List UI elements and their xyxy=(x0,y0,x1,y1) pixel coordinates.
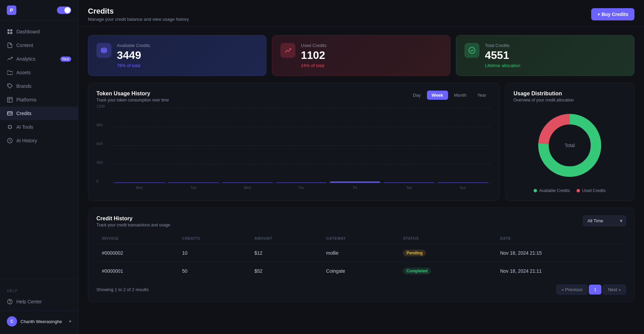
logo-icon: P xyxy=(7,5,16,15)
svg-rect-5 xyxy=(7,97,12,102)
bar-group xyxy=(168,182,218,183)
clock-icon xyxy=(7,138,13,144)
used-credits-value: 1102 xyxy=(301,49,326,61)
sidebar-item-content[interactable]: Content xyxy=(0,38,78,52)
total-credits-label: Total Credits xyxy=(485,43,520,48)
history-subtitle: Track your credit transactions and usage xyxy=(96,223,170,227)
sidebar-item-label: Content xyxy=(16,43,33,48)
x-label: Mon xyxy=(114,186,165,190)
donut-title: Usage Distribution xyxy=(513,91,626,97)
chart-subtitle: Track your token consumption over time xyxy=(96,98,169,102)
svg-rect-2 xyxy=(7,32,10,34)
svg-rect-0 xyxy=(7,29,10,31)
x-label: Sun xyxy=(438,186,488,190)
user-info: Charith Weerasinghe xyxy=(20,319,66,324)
grid-label: 1200 xyxy=(96,104,105,108)
sidebar-item-label: Analytics xyxy=(16,56,35,62)
svg-point-13 xyxy=(10,303,10,303)
sidebar-item-label: AI History xyxy=(16,138,37,143)
tab-day[interactable]: Day xyxy=(408,91,426,100)
legend-used-label: Used Credits xyxy=(582,188,605,193)
bars-area xyxy=(111,108,491,183)
table-head: INVOICE CREDITS AMOUNT GATEWAY STATUS DA… xyxy=(96,233,626,244)
filter-wrapper: All Time This Month Last Month Last 3 Mo… xyxy=(583,216,626,226)
cpu-icon xyxy=(7,124,13,130)
available-credits-icon xyxy=(96,43,111,58)
donut-container: Total xyxy=(513,108,626,183)
grid-label: 300 xyxy=(96,160,103,164)
chart-tabs: Day Week Month Year xyxy=(408,91,491,100)
used-credits-info: Used Credits 1102 24% of total xyxy=(301,43,326,68)
filter-select[interactable]: All Time This Month Last Month Last 3 Mo… xyxy=(583,216,626,226)
token-usage-chart-card: Token Usage History Track your token con… xyxy=(88,83,500,201)
invoice-cell: #0000001 xyxy=(96,262,177,280)
total-credits-sub: Lifetime allocation xyxy=(485,63,520,68)
total-credits-icon xyxy=(464,43,479,58)
status-badge: Pending xyxy=(403,250,426,256)
avatar: C xyxy=(7,316,17,327)
file-icon xyxy=(7,42,13,48)
user-profile-item[interactable]: C Charith Weerasinghe ▾ xyxy=(0,313,78,330)
gateway-cell: Coingate xyxy=(321,262,398,280)
sidebar-bottom: HELP Help Center C Charith Weerasinghe ▾ xyxy=(0,279,78,334)
toggle-knob xyxy=(64,7,71,13)
history-header: Credit History Track your credit transac… xyxy=(96,216,626,227)
pagination-controls: « Previous 1 Next » xyxy=(556,285,626,295)
sidebar-item-platforms[interactable]: Platforms xyxy=(0,93,78,107)
folder-icon xyxy=(7,69,13,76)
next-page-button[interactable]: Next » xyxy=(603,285,626,295)
tab-week[interactable]: Week xyxy=(427,91,448,100)
bar-group xyxy=(438,182,488,183)
sidebar-item-assets[interactable]: Assets xyxy=(0,66,78,79)
page-subtitle: Manage your credit balance and view usag… xyxy=(88,17,189,22)
chevron-down-icon: ▾ xyxy=(69,319,71,324)
help-center-item[interactable]: Help Center xyxy=(0,295,78,308)
bar-chart: 1200 900 600 300 0 xyxy=(96,108,491,190)
status-badge: Completed xyxy=(403,268,431,274)
page-title: Credits xyxy=(88,7,189,16)
sidebar-nav: Dashboard Content Analytics New Assets xyxy=(0,21,78,279)
chart-title-area: Token Usage History Track your token con… xyxy=(96,91,169,102)
svg-point-4 xyxy=(9,85,9,85)
available-credits-card: Available Credits 3449 76% of total xyxy=(88,35,266,76)
chart-row: Token Usage History Track your token con… xyxy=(88,83,634,201)
credit-card-icon xyxy=(7,110,13,116)
available-credits-label: Available Credits xyxy=(117,43,150,48)
sidebar-item-ai-history[interactable]: AI History xyxy=(0,134,78,147)
donut-legend: Available Credits Used Credits xyxy=(513,188,626,193)
sidebar-item-label: AI Tools xyxy=(16,124,33,130)
sidebar-item-brands[interactable]: Brands xyxy=(0,79,78,93)
credit-history-card: Credit History Track your credit transac… xyxy=(88,208,634,302)
date-cell: Nov 18, 2024 21:11 xyxy=(495,262,626,280)
credits-cell: 10 xyxy=(177,244,249,262)
amount-cell: $12 xyxy=(249,244,321,262)
prev-page-button[interactable]: « Previous xyxy=(556,285,587,295)
page-title-area: Credits Manage your credit balance and v… xyxy=(88,7,189,22)
sidebar-item-dashboard[interactable]: Dashboard xyxy=(0,25,78,38)
tab-year[interactable]: Year xyxy=(473,91,491,100)
tab-month[interactable]: Month xyxy=(449,91,471,100)
page-header: Credits Manage your credit balance and v… xyxy=(78,0,644,27)
page-1-button[interactable]: 1 xyxy=(589,285,601,295)
table-row: #0000002 10 $12 mollie Pending Nov 18, 2… xyxy=(96,244,626,262)
sidebar-item-ai-tools[interactable]: AI Tools xyxy=(0,120,78,134)
svg-rect-8 xyxy=(7,112,12,115)
date-cell: Nov 18, 2024 21:15 xyxy=(495,244,626,262)
sidebar-item-analytics[interactable]: Analytics New xyxy=(0,52,78,66)
sidebar-item-credits[interactable]: Credits xyxy=(0,107,78,120)
usage-distribution-card: Usage Distribution Overview of your cred… xyxy=(505,83,634,201)
gateway-cell: mollie xyxy=(321,244,398,262)
sidebar: P Dashboard Content Analytics New xyxy=(0,0,78,334)
theme-toggle[interactable] xyxy=(57,6,71,14)
sidebar-item-label: Assets xyxy=(16,70,31,75)
available-credits-sub: 76% of total xyxy=(117,63,150,68)
col-date: DATE xyxy=(495,233,626,244)
buy-credits-button[interactable]: + Buy Credits xyxy=(591,8,634,20)
col-invoice: INVOICE xyxy=(96,233,177,244)
status-cell: Pending xyxy=(398,244,495,262)
bar-group xyxy=(114,182,165,183)
history-title: Credit History xyxy=(96,216,170,222)
legend-available-label: Available Credits xyxy=(539,188,570,193)
col-gateway: GATEWAY xyxy=(321,233,398,244)
svg-rect-1 xyxy=(10,29,12,31)
